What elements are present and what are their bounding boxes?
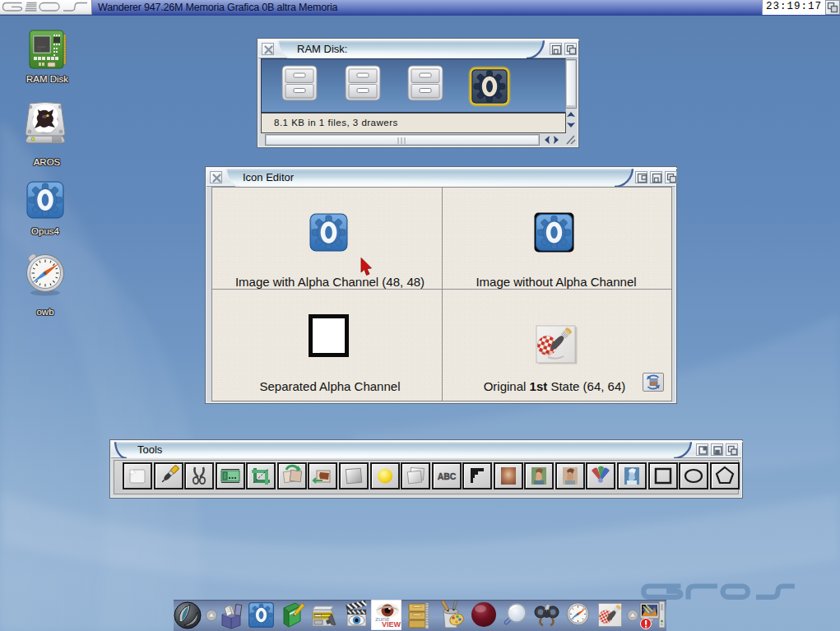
svg-text:VIEW: VIEW bbox=[382, 620, 401, 629]
svg-text:ABC: ABC bbox=[438, 471, 457, 481]
